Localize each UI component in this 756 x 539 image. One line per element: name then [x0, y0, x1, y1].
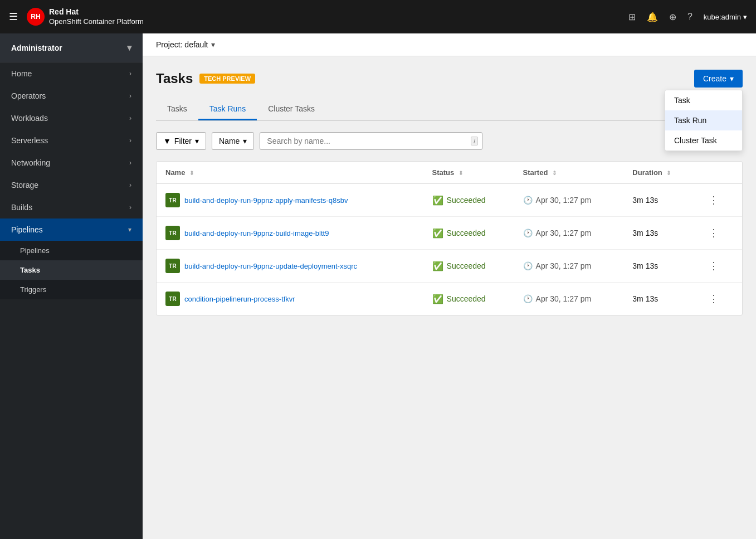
row-actions-button[interactable]: ⋮: [704, 225, 723, 241]
tech-preview-badge: Tech Preview: [199, 74, 255, 84]
task-run-link[interactable]: build-and-deploy-run-9ppnz-apply-manifes…: [184, 196, 348, 205]
sidebar-item-pipelines[interactable]: Pipelines ▾: [0, 218, 143, 241]
tab-clustertasks[interactable]: Cluster Tasks: [257, 99, 326, 120]
project-selector[interactable]: Project: default ▾: [156, 40, 215, 49]
clock-icon: 🕐: [523, 196, 533, 205]
task-run-link[interactable]: condition-pipelinerun-process-tfkvr: [184, 295, 295, 303]
table-row: TR build-and-deploy-run-9ppnz-apply-mani…: [157, 184, 742, 217]
user-menu[interactable]: kube:admin ▾: [704, 13, 747, 21]
chevron-right-icon: ›: [129, 114, 131, 122]
task-run-badge: TR: [165, 193, 180, 207]
started-value: Apr 30, 1:27 pm: [536, 196, 592, 205]
sidebar-item-storage[interactable]: Storage ›: [0, 174, 143, 196]
create-arrow-icon: ▾: [730, 74, 734, 83]
name-cell: TR condition-pipelinerun-process-tfkvr: [157, 283, 423, 315]
filter-arrow-icon: ▾: [195, 137, 199, 145]
create-task-item[interactable]: Task: [665, 90, 742, 110]
succeeded-icon: ✅: [432, 228, 443, 239]
sidebar-item-workloads[interactable]: Workloads ›: [0, 107, 143, 129]
pipelines-submenu: Pipelines Tasks Triggers: [0, 241, 143, 299]
help-icon[interactable]: ?: [687, 12, 692, 22]
clock-icon: 🕐: [523, 294, 533, 303]
filter-icon: ▼: [163, 137, 171, 145]
started-value: Apr 30, 1:27 pm: [536, 261, 592, 270]
logo-text: Red Hat OpenShift Container Platform: [49, 7, 144, 26]
sidebar-item-home[interactable]: Home ›: [0, 62, 143, 85]
sidebar-item-serverless[interactable]: Serverless ›: [0, 129, 143, 152]
chevron-right-icon: ›: [129, 70, 131, 77]
chevron-right-icon: ›: [129, 137, 131, 144]
started-value: Apr 30, 1:27 pm: [536, 294, 592, 303]
col-name[interactable]: Name ⇕: [157, 162, 423, 184]
data-table: Name ⇕ Status ⇕ Started ⇕: [157, 162, 742, 315]
chevron-right-icon: ›: [129, 92, 131, 100]
clock-icon: 🕐: [523, 229, 533, 237]
page-title: Tasks: [156, 71, 193, 86]
search-wrap: /: [260, 132, 482, 150]
page-header: Tasks Tech Preview Create ▾ Task Task Ru…: [156, 70, 743, 88]
grid-icon[interactable]: ⊞: [628, 12, 636, 22]
create-button[interactable]: Create ▾: [694, 70, 743, 88]
sidebar-item-operators[interactable]: Operators ›: [0, 85, 143, 107]
col-duration[interactable]: Duration ⇕: [623, 162, 695, 184]
table-row: TR condition-pipelinerun-process-tfkvr ✅…: [157, 283, 742, 315]
row-actions-button[interactable]: ⋮: [704, 192, 723, 208]
search-input[interactable]: [260, 132, 482, 150]
name-select[interactable]: Name ▾: [212, 132, 254, 150]
status-label: Succeeded: [447, 196, 486, 205]
task-run-badge: TR: [165, 292, 180, 306]
sidebar-item-networking[interactable]: Networking ›: [0, 152, 143, 174]
task-runs-table: Name ⇕ Status ⇕ Started ⇕: [156, 161, 743, 315]
hamburger-icon[interactable]: ☰: [9, 11, 18, 23]
duration-cell: 3m 13s: [623, 217, 695, 250]
filter-button[interactable]: ▼ Filter ▾: [156, 132, 206, 150]
chevron-right-icon: ›: [129, 181, 131, 189]
table-row: TR build-and-deploy-run-9ppnz-build-imag…: [157, 217, 742, 250]
sidebar-item-builds[interactable]: Builds ›: [0, 196, 143, 218]
name-arrow-icon: ▾: [243, 137, 247, 145]
task-run-link[interactable]: build-and-deploy-run-9ppnz-update-deploy…: [184, 262, 357, 270]
succeeded-icon: ✅: [432, 195, 443, 206]
create-taskrun-item[interactable]: Task Run: [665, 110, 742, 130]
redhat-logo: RH Red Hat OpenShift Container Platform: [27, 7, 144, 26]
chevron-right-icon: ›: [129, 159, 131, 167]
toolbar: ▼ Filter ▾ Name ▾ /: [156, 132, 743, 150]
status-label: Succeeded: [447, 261, 486, 270]
project-arrow-icon: ▾: [211, 40, 215, 49]
task-run-link[interactable]: build-and-deploy-run-9ppnz-build-image-b…: [184, 229, 329, 237]
status-cell: ✅ Succeeded: [423, 217, 514, 250]
chevron-down-icon: ▾: [128, 226, 131, 234]
tab-tasks[interactable]: Tasks: [156, 99, 198, 120]
row-actions-button[interactable]: ⋮: [704, 258, 723, 274]
sort-icon-name: ⇕: [189, 170, 194, 176]
sort-icon-status: ⇕: [459, 170, 463, 176]
search-slash: /: [471, 137, 478, 145]
started-cell: 🕐 Apr 30, 1:27 pm: [514, 250, 624, 283]
status-label: Succeeded: [447, 229, 486, 237]
bell-icon[interactable]: 🔔: [647, 12, 658, 22]
row-actions-button[interactable]: ⋮: [704, 290, 723, 307]
sidebar-subitem-triggers[interactable]: Triggers: [0, 280, 143, 299]
create-button-wrap: Create ▾ Task Task Run Cluster Task: [694, 70, 743, 88]
sidebar-subitem-pipelines[interactable]: Pipelines: [0, 241, 143, 260]
sidebar: Administrator ▾ Home › Operators › Workl…: [0, 33, 143, 539]
redhat-logo-icon: RH: [27, 8, 45, 26]
page-title-row: Tasks Tech Preview: [156, 71, 255, 86]
tab-taskruns[interactable]: Task Runs: [198, 99, 257, 120]
col-actions: [695, 162, 742, 184]
table-row: TR build-and-deploy-run-9ppnz-update-dep…: [157, 250, 742, 283]
status-cell: ✅ Succeeded: [423, 250, 514, 283]
chevron-right-icon: ›: [129, 203, 131, 211]
plus-icon[interactable]: ⊕: [669, 12, 676, 22]
sidebar-subitem-tasks[interactable]: Tasks: [0, 260, 143, 280]
top-nav: ☰ RH Red Hat OpenShift Container Platfor…: [0, 0, 756, 33]
create-clustertask-item[interactable]: Cluster Task: [665, 130, 742, 150]
col-status[interactable]: Status ⇕: [423, 162, 514, 184]
layout: Administrator ▾ Home › Operators › Workl…: [0, 33, 756, 539]
duration-cell: 3m 13s: [623, 250, 695, 283]
started-value: Apr 30, 1:27 pm: [536, 229, 592, 237]
sidebar-role-selector[interactable]: Administrator ▾: [0, 33, 143, 62]
actions-cell: ⋮: [695, 283, 742, 315]
col-started[interactable]: Started ⇕: [514, 162, 624, 184]
succeeded-icon: ✅: [432, 294, 443, 304]
